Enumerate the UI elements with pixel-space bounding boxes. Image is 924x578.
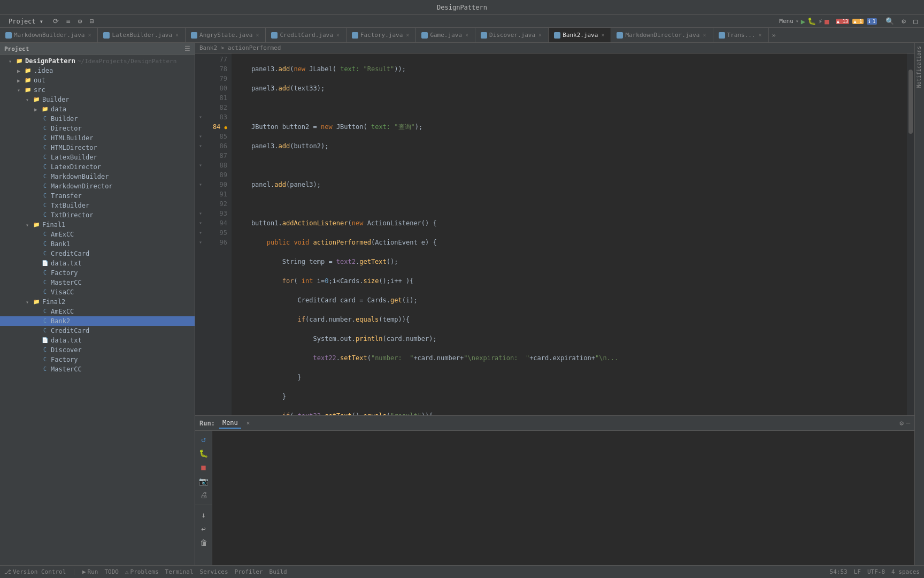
tab-markdown-builder[interactable]: MarkdownBuilder.java × (0, 28, 98, 42)
run-print-btn[interactable]: 🖨 (197, 489, 210, 501)
tab-trans[interactable]: Trans... × (713, 28, 769, 42)
close-run-tab-icon[interactable]: × (247, 420, 250, 427)
code-content[interactable]: panel3.add(new JLabel( text: "Result"));… (232, 54, 907, 415)
run-panel-tab-menu[interactable]: Menu (219, 418, 241, 429)
tree-item-bank2[interactable]: C Bank2 (0, 316, 195, 326)
tree-item-mastercc2[interactable]: C MasterCC (0, 364, 195, 374)
profile-btn[interactable]: ⚡ (818, 17, 822, 25)
tree-item-visacc[interactable]: C VisaCC (0, 287, 195, 297)
line-separator[interactable]: LF (854, 568, 861, 575)
tree-item-latexbuilder[interactable]: C LatexBuilder (0, 153, 195, 162)
tree-label-transfer: Transfer (51, 192, 82, 200)
structure-icon[interactable]: ≡ (64, 16, 73, 26)
tree-item-transfer[interactable]: C Transfer (0, 191, 195, 201)
encoding[interactable]: UTF-8 (867, 568, 885, 575)
run-scroll-btn[interactable]: ↓ (197, 508, 210, 521)
cursor-position[interactable]: 54:53 (830, 568, 848, 575)
tree-item-discover[interactable]: C Discover (0, 345, 195, 355)
tab-close-latex-builder[interactable]: × (174, 32, 180, 38)
tree-item-data-txt[interactable]: 📄 data.txt (0, 258, 195, 268)
profiler-status[interactable]: Profiler (235, 568, 263, 575)
tree-item-builder-folder[interactable]: ▾ 📁 Builder (0, 95, 195, 104)
tree-item-txtdirector[interactable]: C TxtDirector (0, 210, 195, 220)
run-panel-minimize-icon[interactable]: ─ (906, 419, 910, 427)
tree-item-htmldirector[interactable]: C HTMLDirector (0, 143, 195, 153)
run-panel-settings-icon[interactable]: ⚙ (899, 419, 904, 427)
debug-btn[interactable]: 🐛 (807, 17, 816, 25)
tab-discover[interactable]: Discover.java × (475, 28, 549, 42)
tree-item-bank1[interactable]: C Bank1 (0, 239, 195, 249)
run-clear-btn[interactable]: 🗑 (197, 536, 210, 549)
tree-item-out[interactable]: ▶ 📁 out (0, 75, 195, 85)
tab-close-bank2[interactable]: × (600, 32, 605, 38)
tab-bank2[interactable]: Bank2.java × (549, 28, 611, 42)
tree-item-final1[interactable]: ▾ 📁 Final1 (0, 220, 195, 230)
tree-item-markdowndirector[interactable]: C MarkdownDirector (0, 181, 195, 191)
tab-close-factory[interactable]: × (405, 32, 410, 38)
run-debug2-btn[interactable]: 🐛 (197, 447, 210, 460)
tree-item-builder-class[interactable]: C Builder (0, 114, 195, 124)
indent[interactable]: 4 spaces (891, 568, 920, 575)
sidebar-action-icon[interactable]: ☰ (184, 45, 190, 52)
run-stop-btn[interactable]: ■ (197, 461, 210, 474)
tree-item-amexcc2[interactable]: C AmExCC (0, 307, 195, 316)
build-status[interactable]: Build (270, 568, 287, 575)
tree-item-htmlbuilder[interactable]: C HTMLBuilder (0, 133, 195, 143)
run-wrap-btn[interactable]: ↩ (197, 522, 210, 535)
todo-status[interactable]: TODO (104, 568, 119, 575)
vcs-status[interactable]: ⎇ Version Control (4, 568, 66, 575)
vertical-scrollbar[interactable] (907, 54, 914, 415)
tab-factory[interactable]: Factory.java × (346, 28, 417, 42)
tree-item-director[interactable]: C Director (0, 124, 195, 133)
tree-item-factory2[interactable]: C Factory (0, 355, 195, 364)
tab-close-credit-card[interactable]: × (335, 32, 341, 38)
tree-item-src[interactable]: ▾ 📁 src (0, 85, 195, 95)
problems-status[interactable]: ⚠ Problems (125, 568, 159, 575)
tab-latex-builder[interactable]: LatexBuilder.java × (98, 28, 186, 42)
project-menu[interactable]: Project ▾ (4, 17, 48, 26)
tab-close-markdown-builder[interactable]: × (87, 32, 92, 38)
tree-root[interactable]: ▾ 📁 DesignPattern ~/IdeaProjects/DesignP… (0, 56, 195, 66)
tree-item-data-txt2[interactable]: 📄 data.txt (0, 336, 195, 345)
tree-item-idea[interactable]: ▶ 📁 .idea (0, 66, 195, 75)
run-dropdown-icon[interactable]: ▾ (796, 18, 799, 24)
gear-icon[interactable]: ⚙ (76, 16, 84, 26)
maximize-btn[interactable]: □ (911, 16, 920, 26)
tab-close-trans[interactable]: × (758, 32, 763, 38)
tab-markdown-director[interactable]: MarkdownDirector.java × (611, 28, 713, 42)
right-label-notifications[interactable]: Notifications (915, 43, 924, 91)
tab-credit-card[interactable]: CreditCard.java × (266, 28, 346, 42)
sidebar-actions: ☰ (184, 45, 190, 52)
tree-item-txtbuilder[interactable]: C TxtBuilder (0, 201, 195, 210)
run-restart-btn[interactable]: ↺ (197, 433, 210, 446)
error-count-badge: ▲ 13 (836, 19, 850, 24)
code-view[interactable]: ▾ ▾ ▾ ▾ ▾ ▾ ▾ ▾ ▾ 77 (195, 54, 914, 415)
run-status[interactable]: ▶ Run (82, 568, 98, 575)
tree-item-final2[interactable]: ▾ 📁 Final2 (0, 297, 195, 307)
tree-item-creditcard[interactable]: C CreditCard (0, 249, 195, 258)
tree-item-amexcc[interactable]: C AmExCC (0, 230, 195, 239)
more-tabs-btn[interactable]: » (769, 28, 779, 42)
run-camera-btn[interactable]: 📷 (197, 475, 210, 488)
collapse-icon[interactable]: ⊟ (88, 16, 96, 26)
tree-item-creditcard2[interactable]: C CreditCard (0, 326, 195, 336)
services-status[interactable]: Services (200, 568, 228, 575)
tab-close-game[interactable]: × (464, 32, 469, 38)
tree-label-bank1: Bank1 (51, 240, 70, 248)
tab-close-discover[interactable]: × (537, 32, 543, 38)
terminal-status[interactable]: Terminal (165, 568, 194, 575)
sync-icon[interactable]: ⟳ (51, 16, 61, 26)
run-btn[interactable]: ▶ (801, 17, 805, 26)
tree-item-markdownbuilder[interactable]: C MarkdownBuilder (0, 172, 195, 181)
tab-close-markdown-director[interactable]: × (702, 32, 707, 38)
stop-btn[interactable]: ■ (825, 17, 829, 26)
tree-item-latexdirector[interactable]: C LatexDirector (0, 162, 195, 172)
tab-close-angry-state[interactable]: × (255, 32, 260, 38)
tree-item-factory1[interactable]: C Factory (0, 268, 195, 278)
settings-btn[interactable]: ⚙ (899, 16, 908, 26)
tree-item-mastercc[interactable]: C MasterCC (0, 278, 195, 287)
tree-item-data[interactable]: ▶ 📁 data (0, 104, 195, 114)
tab-angry-state[interactable]: AngryState.java × (186, 28, 266, 42)
tab-game[interactable]: Game.java × (416, 28, 475, 42)
search-btn[interactable]: 🔍 (883, 16, 896, 26)
